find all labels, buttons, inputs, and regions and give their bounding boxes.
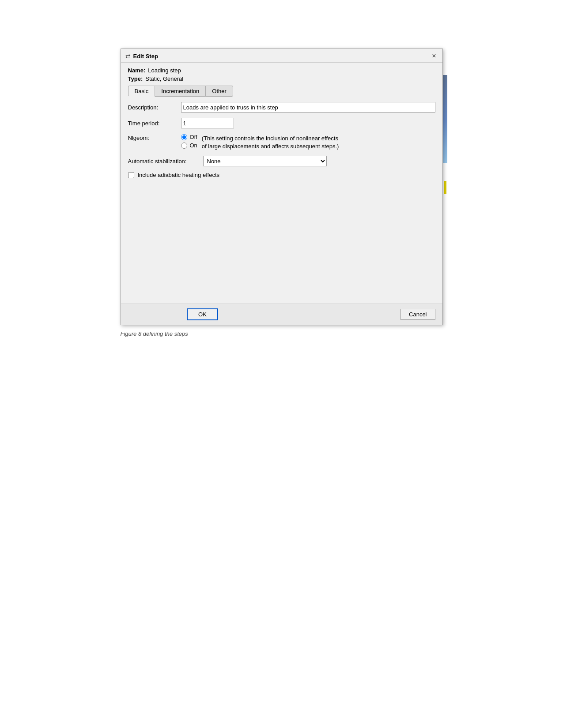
name-value: Loading step (148, 67, 181, 74)
content-spacer (128, 182, 435, 296)
stab-row: Automatic stabilization: None Dissipated… (128, 156, 435, 166)
ok-button[interactable]: OK (187, 308, 218, 320)
type-value: Static, General (145, 75, 183, 82)
nlgeom-controls: Off On (181, 134, 197, 149)
type-label: Type: (128, 75, 143, 82)
tab-incrementation[interactable]: Incrementation (155, 86, 206, 97)
adiabatic-label: Include adiabatic heating effects (138, 172, 220, 178)
time-period-row: Time period: (128, 118, 435, 128)
nlgeom-off-row: Off (181, 134, 197, 140)
description-row: Description: (128, 102, 435, 113)
cancel-button[interactable]: Cancel (401, 309, 435, 320)
footer-left: OK (128, 308, 277, 320)
nlgeom-on-label: On (190, 142, 197, 149)
close-button[interactable]: × (430, 53, 438, 60)
stab-label: Automatic stabilization: (128, 158, 203, 165)
nlgeom-label: Nlgeom: (128, 134, 181, 141)
tab-other[interactable]: Other (205, 86, 233, 97)
description-label: Description: (128, 104, 181, 111)
dialog-titlebar: ⇄ Edit Step × (121, 49, 442, 63)
stab-select[interactable]: None Dissipated energy fraction Specify … (203, 156, 327, 166)
nlgeom-on-row: On (181, 142, 197, 149)
nlgeom-row: Nlgeom: Off On (128, 134, 435, 150)
nlgeom-off-label: Off (190, 134, 197, 140)
nlgeom-note: (This setting controls the inclusion of … (202, 134, 339, 150)
nlgeom-note-line2: of large displacements and affects subse… (202, 143, 339, 150)
title-left: ⇄ Edit Step (125, 53, 158, 60)
nlgeom-note-line1: (This setting controls the inclusion of … (202, 135, 338, 142)
name-label: Name: (128, 67, 146, 74)
tabs-bar: Basic Incrementation Other (128, 86, 435, 97)
edit-step-dialog: ⇄ Edit Step × Name: Loading step Type: S… (121, 49, 443, 325)
tab-basic[interactable]: Basic (128, 86, 155, 97)
figure-caption: Figure 8 defining the steps (121, 330, 443, 337)
dialog-content: Name: Loading step Type: Static, General… (121, 63, 442, 304)
type-row: Type: Static, General (128, 75, 435, 82)
dialog-icon: ⇄ (125, 53, 131, 60)
nlgeom-on-radio[interactable] (181, 143, 187, 149)
time-period-label: Time period: (128, 120, 181, 127)
time-period-input[interactable] (181, 118, 234, 128)
footer-right: Cancel (286, 309, 435, 320)
nlgeom-off-radio[interactable] (181, 134, 187, 140)
nlgeom-options: Off On (This setting controls the inclus… (181, 134, 339, 150)
adiabatic-row: Include adiabatic heating effects (128, 172, 435, 178)
dialog-footer: OK Cancel (121, 304, 442, 325)
description-input[interactable] (181, 102, 435, 113)
name-row: Name: Loading step (128, 67, 435, 74)
dialog-title: Edit Step (133, 53, 158, 60)
adiabatic-checkbox[interactable] (128, 172, 134, 178)
